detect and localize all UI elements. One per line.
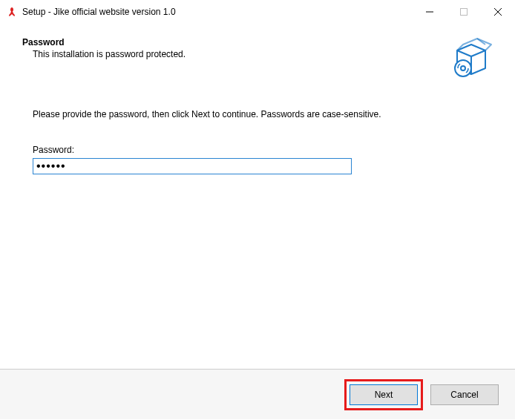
next-highlight: Next <box>344 379 423 410</box>
cancel-button[interactable]: Cancel <box>430 384 499 405</box>
page-heading: Password <box>22 37 186 47</box>
password-label: Password: <box>33 145 493 155</box>
close-button[interactable] <box>481 0 515 24</box>
box-disc-icon <box>450 37 493 82</box>
window-title: Setup - Jike official website version 1.… <box>22 7 413 17</box>
window-controls <box>413 0 515 24</box>
main-content: Password This installation is password p… <box>0 24 515 369</box>
footer-bar: Next Cancel <box>0 369 515 419</box>
minimize-button[interactable] <box>413 0 447 24</box>
svg-rect-1 <box>461 9 468 16</box>
instruction-text: Please provide the password, then click … <box>33 109 493 119</box>
title-bar: Setup - Jike official website version 1.… <box>0 0 515 24</box>
next-button[interactable]: Next <box>350 384 418 405</box>
app-icon <box>6 6 18 18</box>
page-subheading: This installation is password protected. <box>33 49 186 59</box>
maximize-button <box>447 0 481 24</box>
password-input[interactable] <box>33 158 352 174</box>
